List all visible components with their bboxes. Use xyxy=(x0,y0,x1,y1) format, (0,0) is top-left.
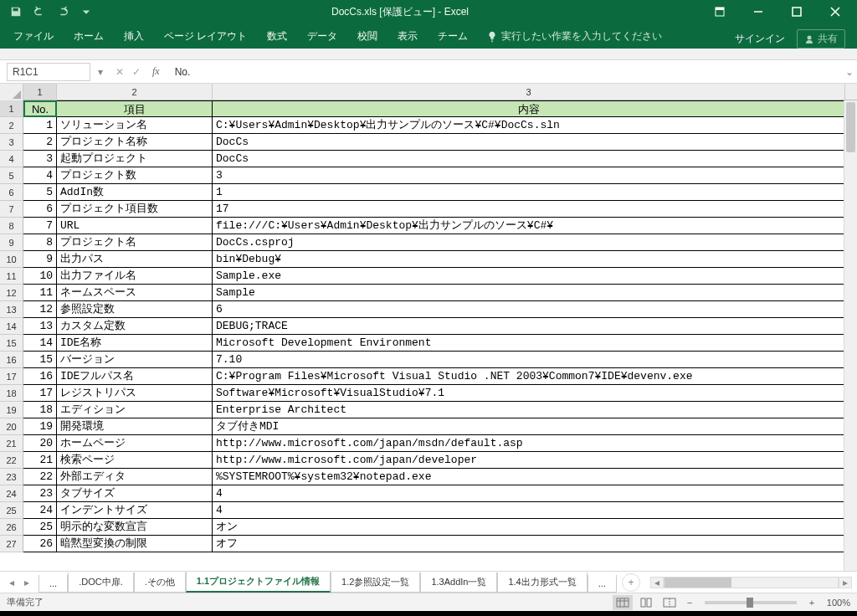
name-box-dropdown[interactable]: ▾ xyxy=(94,66,107,78)
cell[interactable]: 起動プロジェクト xyxy=(57,151,213,167)
cell[interactable]: 出力パス xyxy=(57,251,213,268)
row-header[interactable]: 11 xyxy=(0,268,23,285)
cell[interactable]: プロジェクト項目数 xyxy=(57,201,213,218)
redo-button[interactable] xyxy=(52,2,74,22)
cell[interactable]: C:¥Program Files¥Microsoft Visual Studio… xyxy=(213,368,845,385)
cell[interactable]: 5 xyxy=(23,184,57,201)
row-header[interactable]: 13 xyxy=(0,301,23,318)
column-header[interactable]: 2 xyxy=(57,84,213,100)
cell[interactable]: 暗黙型変換の制限 xyxy=(57,536,213,552)
cell[interactable]: AddIn数 xyxy=(57,184,213,201)
hscroll-left-button[interactable]: ◂ xyxy=(650,577,664,588)
share-button[interactable]: 共有 xyxy=(797,29,845,49)
cell[interactable]: 出力ファイル名 xyxy=(57,268,213,285)
cell[interactable]: 1 xyxy=(213,184,845,201)
cell[interactable]: %SYSTEMROOT%¥system32¥notepad.exe xyxy=(213,469,845,485)
row-header[interactable]: 14 xyxy=(0,318,23,335)
sheet-tab[interactable]: 1.1プロジェクトファイル情報 xyxy=(186,572,331,593)
cell[interactable]: インデントサイズ xyxy=(57,502,213,519)
cell[interactable]: 13 xyxy=(23,318,57,335)
cell[interactable]: 17 xyxy=(213,201,845,218)
insert-function-button[interactable]: fx xyxy=(152,65,160,78)
ribbon-display-options-button[interactable] xyxy=(703,2,736,22)
view-page-break-button[interactable] xyxy=(659,595,680,610)
cell[interactable]: 6 xyxy=(213,301,845,318)
sheet-tab[interactable]: .その他 xyxy=(134,572,186,593)
cell[interactable]: 1 xyxy=(23,117,57,134)
tab-review[interactable]: 校閲 xyxy=(347,24,387,49)
row-header[interactable]: 12 xyxy=(0,285,23,301)
cell[interactable]: タブ付きMDI xyxy=(213,418,845,435)
cell[interactable]: レジストリパス xyxy=(57,385,213,402)
row-header[interactable]: 5 xyxy=(0,167,23,184)
horizontal-scrollbar[interactable] xyxy=(664,577,839,588)
minimize-button[interactable] xyxy=(742,2,775,22)
close-button[interactable] xyxy=(819,2,852,22)
row-header[interactable]: 9 xyxy=(0,234,23,251)
cell[interactable]: 4 xyxy=(23,167,57,184)
sheet-tab-overflow[interactable]: ... xyxy=(38,575,68,593)
zoom-out-button[interactable]: − xyxy=(683,596,696,609)
cell[interactable]: 3 xyxy=(213,167,845,184)
cell[interactable]: カスタム定数 xyxy=(57,318,213,335)
formula-bar-expand-button[interactable]: ⌄ xyxy=(842,66,857,78)
cell[interactable]: 8 xyxy=(23,234,57,251)
cell[interactable]: 24 xyxy=(23,502,57,519)
cell[interactable]: DocCs xyxy=(213,134,845,151)
header-cell[interactable]: 内容 xyxy=(213,100,845,117)
zoom-slider-thumb[interactable] xyxy=(747,598,753,608)
tab-team[interactable]: チーム xyxy=(428,24,478,49)
column-header[interactable]: 3 xyxy=(213,84,845,100)
cell[interactable]: 14 xyxy=(23,335,57,352)
header-cell[interactable]: No. xyxy=(23,100,57,117)
tell-me-search[interactable]: 実行したい作業を入力してください xyxy=(478,24,670,49)
qat-customize-button[interactable] xyxy=(75,2,97,22)
cell[interactable]: 3 xyxy=(23,151,57,167)
cell[interactable]: 11 xyxy=(23,285,57,301)
cell[interactable]: 26 xyxy=(23,536,57,552)
sign-in-link[interactable]: サインイン xyxy=(735,32,785,46)
cell[interactable]: 4 xyxy=(213,502,845,519)
cell[interactable]: ネームスペース xyxy=(57,285,213,301)
vertical-scrollbar[interactable] xyxy=(844,100,857,571)
zoom-slider[interactable] xyxy=(705,601,797,604)
sheet-tab[interactable]: 1.4出力形式一覧 xyxy=(497,572,587,593)
formula-bar[interactable] xyxy=(168,63,842,81)
tab-page-layout[interactable]: ページ レイアウト xyxy=(154,24,257,49)
cell[interactable]: Enterprise Architect xyxy=(213,402,845,418)
row-header[interactable]: 6 xyxy=(0,184,23,201)
select-all-button[interactable] xyxy=(0,84,23,100)
horizontal-scroll-thumb[interactable] xyxy=(665,578,731,588)
sheet-tab[interactable]: .DOC中扉. xyxy=(68,572,134,593)
save-button[interactable] xyxy=(5,2,27,22)
cell[interactable]: 12 xyxy=(23,301,57,318)
cell[interactable]: 検索ページ xyxy=(57,452,213,469)
cell[interactable]: Sample.exe xyxy=(213,268,845,285)
sheet-tab[interactable]: 1.3AddIn一覧 xyxy=(420,572,497,593)
cell[interactable]: 開発環境 xyxy=(57,418,213,435)
cell[interactable]: 明示的な変数宣言 xyxy=(57,519,213,536)
view-normal-button[interactable] xyxy=(613,595,633,610)
row-header[interactable]: 21 xyxy=(0,435,23,452)
tab-formulas[interactable]: 数式 xyxy=(257,24,297,49)
row-header[interactable]: 18 xyxy=(0,385,23,402)
tab-view[interactable]: 表示 xyxy=(387,24,428,49)
maximize-button[interactable] xyxy=(780,2,813,22)
row-header[interactable]: 17 xyxy=(0,368,23,385)
cell[interactable]: 4 xyxy=(213,485,845,502)
cell[interactable]: ホームページ xyxy=(57,435,213,452)
cell[interactable]: DocCs.csproj xyxy=(213,234,845,251)
cell[interactable]: bin¥Debug¥ xyxy=(213,251,845,268)
cell[interactable]: URL xyxy=(57,218,213,234)
hscroll-right-button[interactable]: ▸ xyxy=(839,577,852,588)
cell[interactable]: 6 xyxy=(23,201,57,218)
cell[interactable]: IDE名称 xyxy=(57,335,213,352)
cell[interactable]: Microsoft Development Environment xyxy=(213,335,845,352)
row-header[interactable]: 16 xyxy=(0,352,23,368)
cell[interactable]: http://www.microsoft.com/japan/msdn/defa… xyxy=(213,435,845,452)
cell[interactable]: プロジェクト名 xyxy=(57,234,213,251)
row-header[interactable]: 23 xyxy=(0,469,23,485)
cell[interactable]: 15 xyxy=(23,352,57,368)
zoom-in-button[interactable]: + xyxy=(805,596,819,609)
cell[interactable]: 20 xyxy=(23,435,57,452)
